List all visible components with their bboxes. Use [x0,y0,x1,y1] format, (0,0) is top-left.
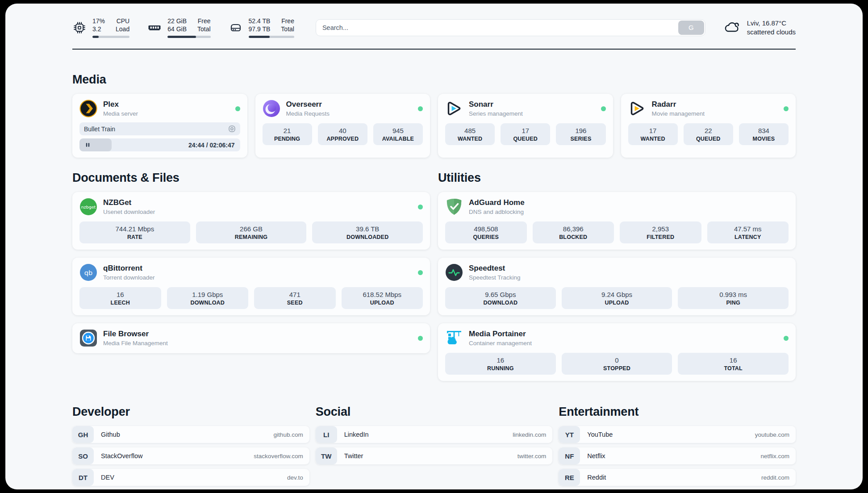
card-radarr[interactable]: RadarrMovie management17WANTED22QUEUED83… [621,94,796,158]
section-title-developer: Developer [72,405,309,419]
stat-label: MOVIES [741,136,787,142]
search-engine-button[interactable]: G [678,21,704,35]
stat-pill: 2,953FILTERED [620,221,701,243]
card-filebrowser[interactable]: File BrowserMedia File Management [72,323,430,353]
stat-value: 22 [685,127,731,134]
online-status-dot [235,106,240,111]
now-playing-title: Bullet Train [84,125,115,133]
stat-value: 47.57 ms [709,225,787,233]
bookmark-link[interactable]: RERedditreddit.com [559,469,796,486]
card-plex[interactable]: PlexMedia serverBullet Train24:44 / 02:0… [72,94,247,158]
bookmark-url: netflix.com [760,453,796,460]
card-overseerr[interactable]: OverseerrMedia Requests21PENDING40APPROV… [255,94,430,158]
sonarr-stats-row: 485WANTED17QUEUED196SERIES [445,123,606,145]
cpu-progress-fill [92,36,99,38]
radarr-stats-row: 17WANTED22QUEUED834MOVIES [628,123,789,145]
documents-column: Documents & Files nzbgetNZBGetUsenet dow… [72,171,430,353]
weather-location: Lviv, 16.87°C [747,19,796,28]
qbittorrent-card-head: qbqBittorrentTorrent downloader [79,263,423,281]
stat-pill: 40APPROVED [318,123,367,145]
player-progress-row: 24:44 / 02:06:47 [79,138,240,151]
bookmark-abbr-badge: NF [559,447,580,464]
stat-pill: 47.57 msLATENCY [707,221,789,243]
section-title-media: Media [72,73,796,87]
card-adguard[interactable]: AdGuard HomeDNS and adblocking498,508QUE… [438,192,796,250]
disk-stat-labels: FreeTotal [281,17,294,33]
card-portainer[interactable]: Media PortainerContainer management16RUN… [438,323,796,381]
qbittorrent-stats-row: 16LEECH1.19 GbpsDOWNLOAD471SEED618.52 Mb… [79,287,423,309]
stat-value: 9.65 Gbps [447,291,554,298]
app-title: Radarr [652,100,705,109]
now-playing-row: Bullet Train [79,122,240,135]
bookmark-link[interactable]: DTDEVdev.to [72,469,309,486]
card-nzbget[interactable]: nzbgetNZBGetUsenet downloader744.21 Mbps… [72,192,430,250]
radarr-card-head: RadarrMovie management [628,100,789,117]
pause-button[interactable] [85,142,91,148]
cpu-stat-numbers: 17%3.2 [92,17,105,33]
app-title: File Browser [103,330,168,338]
stat-pill: 0.993 msPING [678,287,789,309]
stat-label: PENDING [264,136,310,142]
card-qbittorrent[interactable]: qbqBittorrentTorrent downloader16LEECH1.… [72,258,430,315]
stat-pill: 266 GBREMAINING [196,221,307,243]
card-sonarr[interactable]: SonarrSeries management485WANTED17QUEUED… [438,94,613,158]
stat-value: 16 [680,356,787,364]
app-title: Sonarr [469,100,523,109]
cloud-icon [723,20,741,35]
online-status-dot [418,270,423,275]
stat-value: 40 [320,127,366,134]
ram-stat-labels: FreeTotal [197,17,211,33]
disk-stat-numbers: 52.4 TB97.9 TB [249,17,271,33]
utilities-column: Utilities AdGuard HomeDNS and adblocking… [438,171,796,381]
bookmark-link[interactable]: SOStackOverflowstackoverflow.com [72,447,309,464]
card-speedtest[interactable]: SpeedtestSpeedtest Tracking9.65 GbpsDOWN… [438,258,796,315]
online-status-dot [784,106,789,111]
stat-value: 618.52 Mbps [343,291,421,298]
stat-pill: 22QUEUED [684,123,733,145]
disk-icon [229,21,243,35]
bookmark-link[interactable]: LILinkedInlinkedin.com [316,426,553,443]
overseerr-icon [263,100,280,117]
bookmark-url: dev.to [287,474,309,481]
bookmark-name: LinkedIn [344,431,369,438]
search-input[interactable] [316,19,705,36]
stat-label: DOWNLOAD [169,300,247,306]
section-title-utilities: Utilities [438,171,796,185]
stat-pill: 9.24 GbpsUPLOAD [562,287,672,309]
plex-card-head: PlexMedia server [79,100,240,117]
ram-progress-fill [167,36,196,38]
section-title-entertainment: Entertainment [559,405,796,419]
stat-value: 266 GB [198,225,305,233]
stat-label: STOPPED [563,365,671,372]
stat-pill: 471SEED [254,287,336,309]
bookmark-link[interactable]: NFNetflixnetflix.com [559,447,796,464]
documents-cards: nzbgetNZBGetUsenet downloader744.21 Mbps… [72,192,430,353]
app-subtitle: Movie management [652,110,705,117]
stat-value: 17 [502,127,548,134]
overseerr-stats-row: 21PENDING40APPROVED945AVAILABLE [263,123,423,145]
filebrowser-icon [79,329,97,347]
stat-value: 498,508 [447,225,525,233]
bookmark-link[interactable]: YTYouTubeyoutube.com [559,426,796,443]
bookmark-abbr-badge: TW [316,447,337,464]
stat-pill: 485WANTED [445,123,495,145]
bookmark-name: Reddit [587,474,606,481]
stat-pill: 21PENDING [263,123,312,145]
ram-stat: 22 GiB64 GiBFreeTotal [147,17,210,38]
app-title: Plex [103,100,138,109]
dashboard-window: 17%3.2CPULoad22 GiB64 GiBFreeTotal52.4 T… [5,4,863,489]
app-subtitle: Usenet downloader [103,209,155,215]
stat-label: TOTAL [680,365,787,372]
stat-label: QUEUED [685,136,731,142]
speedtest-card-head: SpeedtestSpeedtest Tracking [445,263,789,281]
bookmark-column-social: SocialLILinkedInlinkedin.comTWTwittertwi… [316,405,553,464]
bookmark-link[interactable]: TWTwittertwitter.com [316,447,553,464]
stat-value: 744.21 Mbps [81,225,188,233]
nzbget-card-head: nzbgetNZBGetUsenet downloader [79,198,423,216]
bookmark-link[interactable]: GHGithubgithub.com [72,426,309,443]
bookmark-name: DEV [101,474,114,481]
cpu-stat-labels: CPULoad [116,17,129,33]
disk-progress-fill [249,36,270,38]
stat-value: 0 [563,356,671,364]
app-subtitle: Speedtest Tracking [469,274,521,281]
